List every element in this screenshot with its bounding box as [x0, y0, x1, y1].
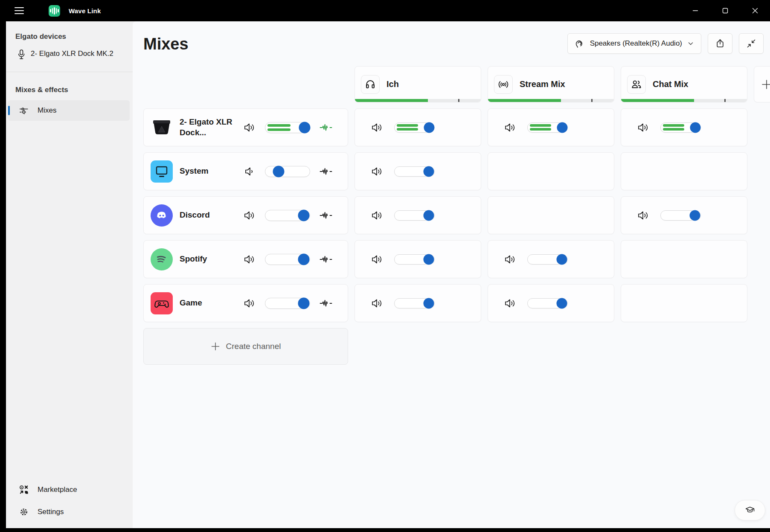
- speaker-low-icon[interactable]: [242, 166, 257, 177]
- slider-thumb[interactable]: [298, 209, 310, 221]
- slider-thumb[interactable]: [424, 122, 434, 133]
- sidebar-item-marketplace[interactable]: Marketplace: [8, 480, 130, 500]
- discord-logo: [151, 204, 173, 227]
- headphones-icon: [361, 75, 380, 94]
- channel-system: System: [143, 152, 348, 190]
- volume-slider[interactable]: [394, 210, 435, 221]
- speaker-waves-icon[interactable]: [503, 297, 518, 309]
- channel-label: Game: [180, 298, 240, 308]
- waveform-icon[interactable]: [320, 255, 332, 264]
- plus-icon: [211, 342, 220, 351]
- channel-label: Spotify: [180, 254, 240, 265]
- speaker-waves-icon[interactable]: [503, 253, 518, 265]
- slider-thumb[interactable]: [556, 298, 567, 308]
- create-channel-label: Create channel: [226, 342, 281, 351]
- slider-thumb[interactable]: [298, 297, 310, 309]
- sidebar-item-xlr-dock[interactable]: 2- Elgato XLR Dock MK.2: [6, 45, 133, 67]
- collapse-window-button[interactable]: [739, 33, 764, 54]
- mix-level-meter: [621, 99, 747, 102]
- waveform-icon[interactable]: [320, 123, 332, 132]
- slider-thumb[interactable]: [273, 166, 285, 177]
- cell-game-chat-empty: [621, 284, 747, 322]
- mix-header-ich[interactable]: Ich: [354, 66, 481, 102]
- cell-discord-chat: [621, 196, 747, 234]
- mixer-grid: Ich Stream Mix: [143, 66, 770, 365]
- cell-discord-ich: [354, 196, 481, 234]
- channel-label: System: [180, 166, 240, 177]
- share-button[interactable]: [708, 33, 732, 54]
- output-device-label: Speakers (Realtek(R) Audio): [590, 39, 682, 48]
- slider-thumb[interactable]: [423, 166, 434, 177]
- monitor-icon: [151, 160, 173, 183]
- slider-thumb[interactable]: [423, 254, 434, 265]
- channel-discord: Discord: [143, 196, 348, 234]
- speaker-waves-icon[interactable]: [503, 122, 518, 134]
- volume-slider[interactable]: [265, 298, 310, 309]
- cell-spotify-chat-empty: [621, 240, 747, 278]
- speaker-waves-icon[interactable]: [369, 209, 385, 221]
- slider-thumb[interactable]: [556, 254, 567, 265]
- volume-slider[interactable]: [527, 254, 568, 265]
- cell-spotify-stream: [488, 240, 614, 278]
- close-icon[interactable]: [740, 0, 770, 21]
- sidebar: Elgato devices 2- Elgato XLR Dock MK.2 M…: [6, 21, 133, 528]
- cell-system-ich: [354, 152, 481, 190]
- titlebar: Wave Link: [0, 0, 770, 21]
- slider-thumb[interactable]: [689, 210, 700, 221]
- maximize-icon[interactable]: [710, 0, 740, 21]
- channel-game: Game: [143, 284, 348, 322]
- volume-slider[interactable]: [394, 122, 435, 133]
- volume-slider[interactable]: [265, 254, 310, 265]
- speaker-waves-icon[interactable]: [636, 209, 651, 221]
- create-channel-button[interactable]: Create channel: [143, 328, 348, 365]
- section-elgato-devices: Elgato devices: [15, 32, 133, 41]
- volume-slider[interactable]: [265, 210, 310, 221]
- minimize-icon[interactable]: [680, 0, 710, 21]
- volume-slider[interactable]: [527, 298, 568, 308]
- speaker-waves-icon[interactable]: [369, 122, 385, 134]
- waveform-icon[interactable]: [320, 167, 332, 176]
- speaker-waves-icon[interactable]: [636, 122, 651, 134]
- selection-accent: [8, 106, 10, 115]
- volume-slider[interactable]: [660, 122, 701, 133]
- volume-slider[interactable]: [394, 298, 435, 308]
- sidebar-item-settings[interactable]: Settings: [8, 502, 130, 522]
- add-mix-button[interactable]: [754, 66, 770, 102]
- tutorial-button[interactable]: [735, 500, 765, 520]
- mix-header-stream-mix[interactable]: Stream Mix: [488, 66, 614, 102]
- speaker-waves-icon[interactable]: [242, 122, 257, 134]
- slider-thumb[interactable]: [423, 298, 434, 308]
- slider-thumb[interactable]: [299, 122, 310, 133]
- speaker-waves-icon[interactable]: [242, 209, 257, 221]
- speaker-waves-icon[interactable]: [369, 253, 385, 265]
- channel-xlr-dock: 2- Elgato XLR Dock...: [143, 108, 348, 146]
- slider-thumb[interactable]: [423, 210, 434, 221]
- channel-label: 2- Elgato XLR Dock...: [180, 117, 240, 138]
- sidebar-item-mixes[interactable]: Mixes: [8, 100, 130, 121]
- speaker-waves-icon[interactable]: [369, 297, 385, 309]
- mic-icon: [16, 49, 26, 61]
- menu-icon[interactable]: [15, 3, 32, 18]
- volume-slider[interactable]: [265, 122, 310, 133]
- broadcast-icon: [494, 75, 513, 94]
- speaker-waves-icon[interactable]: [242, 253, 257, 265]
- volume-slider[interactable]: [265, 166, 310, 177]
- slider-thumb[interactable]: [557, 122, 567, 133]
- volume-slider[interactable]: [660, 210, 701, 221]
- waveform-icon[interactable]: [320, 211, 332, 220]
- marketplace-icon: [19, 484, 29, 495]
- window-controls: [680, 0, 770, 21]
- speaker-waves-icon[interactable]: [369, 166, 385, 177]
- speaker-waves-icon[interactable]: [242, 297, 257, 309]
- mix-label: Ich: [386, 79, 399, 89]
- slider-thumb[interactable]: [298, 253, 310, 265]
- volume-slider[interactable]: [527, 122, 568, 133]
- slider-thumb[interactable]: [690, 122, 700, 133]
- mix-header-chat-mix[interactable]: Chat Mix: [621, 66, 747, 102]
- sidebar-item-label: Settings: [38, 508, 64, 516]
- volume-slider[interactable]: [394, 166, 435, 177]
- waveform-icon[interactable]: [320, 299, 332, 308]
- volume-slider[interactable]: [394, 254, 435, 265]
- output-device-select[interactable]: Speakers (Realtek(R) Audio): [567, 33, 701, 54]
- mix-level-meter: [355, 99, 481, 102]
